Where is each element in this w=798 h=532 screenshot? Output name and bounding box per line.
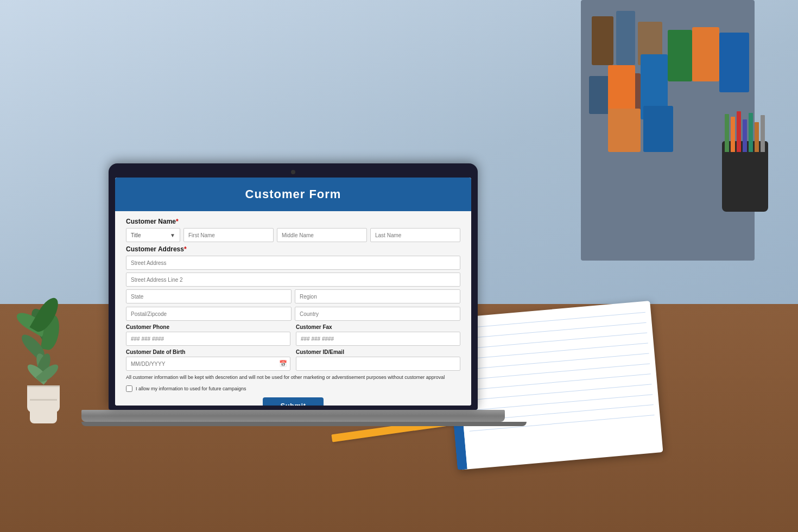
region-input[interactable] xyxy=(295,289,460,303)
phone-input[interactable] xyxy=(126,332,290,346)
email-input[interactable] xyxy=(296,357,460,371)
form-container: Customer Form Customer Name* Title ▼ xyxy=(115,178,471,406)
submit-button[interactable]: Submit xyxy=(263,397,323,406)
pencil-orange xyxy=(731,117,735,152)
dob-input[interactable] xyxy=(126,357,290,371)
book-top-orange xyxy=(692,27,719,81)
book-top-green xyxy=(668,30,692,81)
consent-label: I allow my information to used for futur… xyxy=(136,386,246,391)
first-name-input[interactable] xyxy=(183,228,274,242)
disclaimer-text: All customer information will be kept wi… xyxy=(126,374,460,381)
last-name-input[interactable] xyxy=(370,228,460,242)
customer-address-label: Customer Address* xyxy=(126,245,460,253)
laptop: Customer Form Customer Name* Title ▼ xyxy=(81,163,505,426)
pencil-holder xyxy=(722,141,768,212)
phone-fax-section: Customer Phone Customer Fax xyxy=(126,324,460,346)
country-input[interactable] xyxy=(295,307,460,321)
dob-input-wrapper: 📅 xyxy=(126,357,290,371)
postal-country-row xyxy=(126,307,460,321)
title-dropdown[interactable]: Title ▼ xyxy=(126,228,180,242)
street-address-line2-row xyxy=(126,273,460,287)
state-region-row xyxy=(126,289,460,303)
state-input[interactable] xyxy=(126,289,292,303)
book xyxy=(616,11,635,65)
fax-label: Customer Fax xyxy=(296,324,460,330)
laptop-screen-container: Customer Form Customer Name* Title ▼ xyxy=(109,163,478,410)
pencil-green xyxy=(725,114,729,152)
pencil-red xyxy=(737,111,741,152)
consent-checkbox-row: I allow my information to used for futur… xyxy=(126,385,460,392)
form-body: Customer Name* Title ▼ Customer Address xyxy=(115,211,471,406)
street-address-line2-input[interactable] xyxy=(126,273,460,287)
fax-col: Customer Fax xyxy=(296,324,460,346)
laptop-screen: Customer Form Customer Name* Title ▼ xyxy=(115,178,471,406)
pencil-brown xyxy=(755,122,759,152)
pencil-teal xyxy=(749,113,753,152)
book xyxy=(592,16,613,65)
submit-row: Submit xyxy=(126,397,460,406)
plant-small xyxy=(22,353,65,423)
street-address-row xyxy=(126,256,460,270)
laptop-base-bottom xyxy=(81,422,527,426)
postal-input[interactable] xyxy=(126,307,292,321)
dob-email-section: Customer Date of Birth 📅 Customer ID/Ema… xyxy=(126,349,460,371)
form-header: Customer Form xyxy=(115,178,471,211)
consent-checkbox[interactable] xyxy=(126,385,132,392)
dob-col: Customer Date of Birth 📅 xyxy=(126,349,290,371)
email-label: Customer ID/Email xyxy=(296,349,460,355)
phone-label: Customer Phone xyxy=(126,324,290,330)
customer-name-label: Customer Name* xyxy=(126,218,460,225)
pencil-blue xyxy=(743,119,747,152)
dob-label: Customer Date of Birth xyxy=(126,349,290,355)
phone-col: Customer Phone xyxy=(126,324,290,346)
pencils xyxy=(725,109,765,152)
form-title: Customer Form xyxy=(126,187,460,201)
fax-input[interactable] xyxy=(296,332,460,346)
dropdown-arrow-icon: ▼ xyxy=(170,232,175,238)
pencil-gray xyxy=(761,115,765,152)
customer-name-row: Title ▼ xyxy=(126,228,460,242)
calendar-icon: 📅 xyxy=(279,360,287,368)
middle-name-input[interactable] xyxy=(277,228,367,242)
laptop-camera xyxy=(291,170,295,174)
email-col: Customer ID/Email xyxy=(296,349,460,371)
street-address-input[interactable] xyxy=(126,256,460,270)
shelf-book-orange2 xyxy=(608,109,641,152)
book-top-blue xyxy=(719,33,749,92)
laptop-base xyxy=(81,410,505,422)
shelf-book-blue2 xyxy=(643,106,673,152)
